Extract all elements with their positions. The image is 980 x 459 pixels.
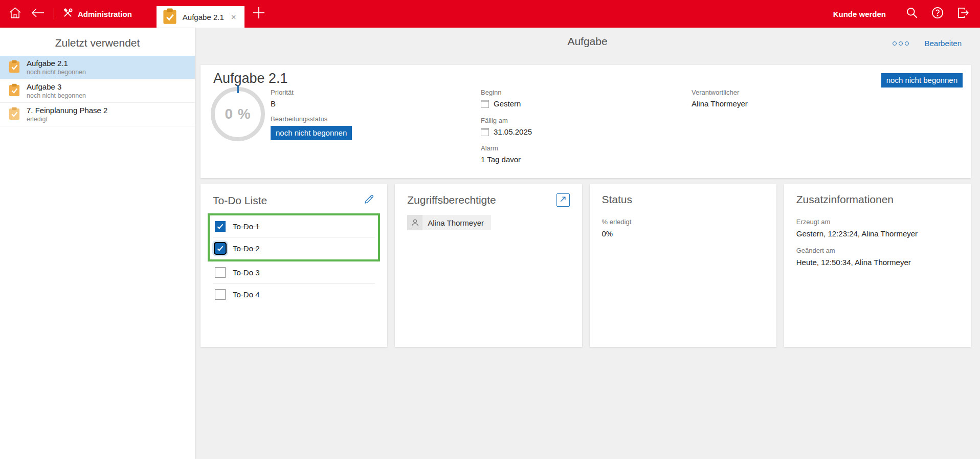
clipboard-icon	[9, 107, 20, 122]
todo-label: To-Do 1	[233, 222, 260, 231]
todo-list-card: To-Do Liste To-D	[201, 184, 387, 347]
info-card-title: Zusatzinformationen	[796, 193, 894, 206]
modified-at-value: Heute, 12:50:34, Alina Thormeyer	[796, 258, 959, 267]
edit-todo-button[interactable]	[363, 193, 375, 207]
member-name: Alina Thormeyer	[422, 218, 491, 227]
responsible-label: Verantwortlicher	[692, 89, 748, 96]
tools-icon	[62, 8, 73, 20]
back-button[interactable]	[30, 7, 46, 21]
access-card-title: Zugriffsberechtigte	[407, 194, 496, 206]
todo-label: To-Do 4	[233, 290, 260, 299]
home-button[interactable]	[8, 6, 22, 21]
item-title: 7. Feinplanung Phase 2	[27, 106, 107, 115]
topbar-divider	[54, 8, 54, 19]
begin-label: Beginn	[481, 89, 521, 96]
search-icon	[905, 6, 919, 21]
clipboard-icon	[163, 8, 177, 26]
tab-aufgabe-2-1[interactable]: Aufgabe 2.1 ×	[157, 6, 244, 28]
help-button[interactable]	[931, 6, 944, 21]
logout-icon	[956, 6, 970, 21]
progress-ring-tick	[237, 85, 239, 93]
todo-item-4: To-Do 4	[213, 283, 375, 305]
open-access-list-button[interactable]	[556, 193, 570, 207]
progress-percent: 0 %	[225, 106, 251, 122]
edit-button[interactable]: Bearbeiten	[924, 39, 962, 48]
todo-item-2: To-Do 2	[213, 237, 375, 259]
priority-value: B	[271, 99, 294, 108]
alarm-label: Alarm	[481, 144, 521, 152]
sidebar-item-aufgabe-3[interactable]: Aufgabe 3 noch nicht begonnen	[0, 79, 195, 103]
external-link-icon	[560, 195, 566, 205]
todo-label: To-Do 3	[233, 268, 260, 277]
item-status: noch nicht begonnen	[27, 69, 86, 76]
task-summary-card: Aufgabe 2.1 0 % Priorität B Bearbeitungs…	[201, 65, 971, 178]
item-title: Aufgabe 3	[27, 82, 86, 91]
plus-icon	[252, 6, 266, 22]
person-icon	[407, 215, 422, 230]
processing-status-badge: noch nicht begonnen	[271, 126, 352, 140]
logout-button[interactable]	[956, 6, 970, 21]
due-label: Fällig am	[481, 117, 532, 124]
percent-done-label: % erledigt	[602, 218, 764, 226]
access-rights-card: Zugriffsberechtigte Alina Thormeyer	[395, 184, 582, 347]
todo-checkbox-3[interactable]	[215, 267, 226, 278]
sidebar-title: Zuletzt verwendet	[0, 28, 195, 56]
pencil-icon	[363, 193, 375, 207]
percent-done-value: 0%	[602, 229, 764, 238]
new-tab-button[interactable]	[252, 6, 266, 22]
additional-info-card: Zusatzinformationen Erzeugt am Gestern, …	[784, 184, 971, 347]
clipboard-icon	[9, 83, 20, 99]
more-actions-button[interactable]	[893, 41, 909, 46]
kunde-werden-button[interactable]: Kunde werden	[833, 10, 886, 18]
responsible-value: Alina Thormeyer	[692, 99, 748, 108]
tab-title: Aufgabe 2.1	[183, 13, 224, 21]
top-bar: Administration Aufgabe 2.1 × Kunde werde…	[0, 0, 980, 28]
calendar-icon	[481, 128, 489, 136]
member-chip[interactable]: Alina Thormeyer	[407, 215, 491, 230]
sidebar-item-feinplanung-phase-2[interactable]: 7. Feinplanung Phase 2 erledigt	[0, 103, 195, 126]
processing-status-label: Bearbeitungsstatus	[271, 115, 352, 123]
search-button[interactable]	[905, 6, 919, 21]
begin-value: Gestern	[494, 99, 521, 108]
progress-ring: 0 %	[211, 87, 265, 141]
calendar-icon	[481, 100, 489, 108]
status-badge: noch nicht begonnen	[881, 73, 963, 88]
item-status: noch nicht begonnen	[27, 92, 86, 99]
main-area: Aufgabe Bearbeiten Aufgabe 2.1 0 % Prior…	[195, 28, 980, 459]
todo-highlight-box: To-Do 1 To-Do 2	[208, 213, 380, 261]
todo-checkbox-1[interactable]	[215, 221, 226, 232]
todo-card-title: To-Do Liste	[213, 194, 267, 207]
help-icon	[931, 6, 944, 21]
modified-at-label: Geändert am	[796, 247, 959, 254]
back-arrow-icon	[30, 7, 46, 21]
sidebar-item-aufgabe-2-1[interactable]: Aufgabe 2.1 noch nicht begonnen	[0, 56, 195, 79]
item-title: Aufgabe 2.1	[27, 59, 86, 68]
recently-used-sidebar: Zuletzt verwendet Aufgabe 2.1 noch nicht…	[0, 28, 195, 459]
home-icon	[8, 6, 22, 21]
todo-item-3: To-Do 3	[213, 261, 375, 283]
task-title: Aufgabe 2.1	[213, 71, 288, 86]
alarm-value: 1 Tag davor	[481, 155, 521, 164]
item-status: erledigt	[27, 116, 107, 123]
due-value: 31.05.2025	[494, 127, 532, 136]
module-button-administration[interactable]: Administration	[62, 8, 132, 20]
todo-checkbox-2[interactable]	[215, 243, 226, 254]
tab-close-icon[interactable]: ×	[230, 12, 238, 23]
clipboard-icon	[9, 60, 20, 75]
status-card-title: Status	[602, 193, 633, 206]
status-card: Status % erledigt 0%	[590, 184, 776, 347]
priority-label: Priorität	[271, 89, 294, 96]
todo-label: To-Do 2	[233, 244, 260, 253]
todo-checkbox-4[interactable]	[215, 289, 226, 300]
created-at-label: Erzeugt am	[796, 218, 959, 226]
todo-item-1: To-Do 1	[213, 215, 375, 237]
created-at-value: Gestern, 12:23:24, Alina Thormeyer	[796, 229, 959, 238]
page-title: Aufgabe	[195, 35, 980, 48]
module-label: Administration	[78, 10, 132, 18]
